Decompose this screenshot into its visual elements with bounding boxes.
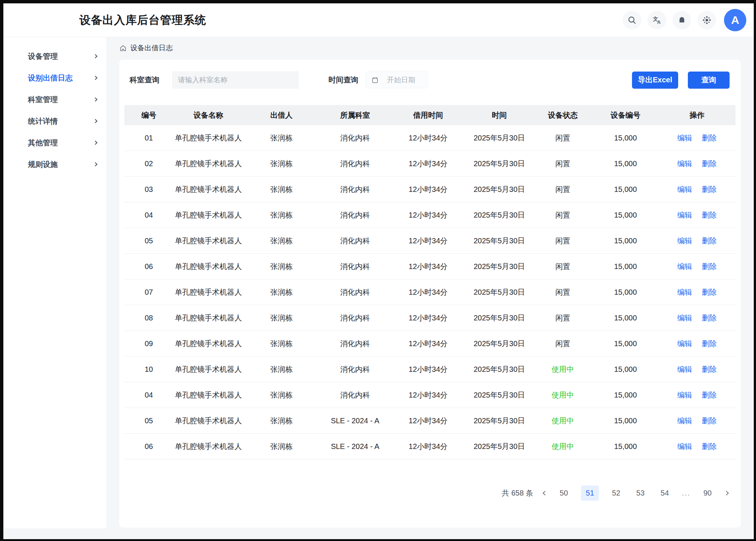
edit-link[interactable]: 编辑 — [677, 159, 692, 168]
delete-link[interactable]: 删除 — [702, 365, 717, 373]
delete-link[interactable]: 删除 — [702, 134, 717, 142]
cell-id: 01 — [124, 134, 173, 142]
notifications-button[interactable] — [673, 11, 691, 29]
delete-link[interactable]: 删除 — [702, 185, 717, 193]
sidebar-item-label: 设备管理 — [28, 51, 58, 61]
delete-link[interactable]: 删除 — [702, 159, 717, 168]
cell-id: 09 — [124, 339, 173, 348]
pagination-prev-icon[interactable] — [543, 491, 547, 496]
cell-id: 07 — [124, 288, 173, 297]
pagination-page-52[interactable]: 52 — [609, 485, 623, 501]
status-badge: 闲置 — [533, 159, 593, 169]
delete-link[interactable]: 删除 — [702, 211, 717, 219]
filter-bar: 科室查询 时间查询 开始日期 导出Excel 查询 — [124, 60, 736, 89]
cell-actions: 编辑删除 — [658, 313, 736, 323]
cell-actions: 编辑删除 — [658, 339, 736, 349]
cell-actions: 编辑删除 — [658, 416, 736, 426]
sidebar-item-3[interactable]: 统计详情 — [3, 110, 107, 132]
edit-link[interactable]: 编辑 — [677, 211, 692, 219]
export-excel-button[interactable]: 导出Excel — [632, 72, 678, 89]
delete-link[interactable]: 删除 — [702, 391, 717, 399]
cell-code: 15,000 — [593, 211, 658, 219]
cell-lender: 张润栋 — [244, 159, 319, 169]
column-header: 设备状态 — [533, 110, 593, 120]
edit-link[interactable]: 编辑 — [677, 417, 692, 425]
time-search-label: 时间查询 — [328, 75, 358, 85]
cell-code: 15,000 — [593, 237, 658, 245]
chevron-right-icon — [93, 162, 97, 166]
cell-lender: 张润栋 — [244, 442, 319, 452]
status-badge: 闲置 — [533, 133, 593, 143]
status-badge: 使用中 — [533, 416, 593, 426]
cell-code: 15,000 — [593, 339, 658, 348]
start-date-picker[interactable]: 开始日期 — [366, 72, 428, 88]
pagination-page-90[interactable]: 90 — [701, 485, 715, 501]
status-badge: 闲置 — [533, 339, 593, 349]
edit-link[interactable]: 编辑 — [677, 262, 692, 270]
sidebar-item-0[interactable]: 设备管理 — [3, 45, 107, 67]
pagination-page-51[interactable]: 51 — [581, 485, 599, 501]
status-badge: 闲置 — [533, 287, 593, 297]
cell-dept: 消化内科 — [319, 133, 391, 143]
cell-actions: 编辑删除 — [658, 262, 736, 272]
status-badge: 闲置 — [533, 262, 593, 272]
table-row: 05单孔腔镜手术机器人张润栋SLE - 2024 - A12小时34分2025年… — [124, 408, 736, 434]
pagination: 共 658 条 5051525354...90 — [124, 485, 736, 501]
sidebar-item-5[interactable]: 规则设施 — [3, 154, 107, 175]
edit-link[interactable]: 编辑 — [677, 237, 692, 245]
cell-code: 15,000 — [593, 314, 658, 322]
edit-link[interactable]: 编辑 — [677, 288, 692, 296]
cell-name: 单孔腔镜手术机器人 — [173, 339, 244, 349]
table-row: 01单孔腔镜手术机器人张润栋消化内科12小时34分2025年5月30日闲置15,… — [124, 125, 736, 151]
cell-duration: 12小时34分 — [391, 133, 465, 143]
cell-name: 单孔腔镜手术机器人 — [173, 390, 244, 400]
cell-code: 15,000 — [593, 391, 658, 399]
pagination-page-54[interactable]: 54 — [658, 485, 672, 501]
edit-link[interactable]: 编辑 — [677, 185, 692, 193]
breadcrumb[interactable]: 设备出借日志 — [119, 43, 173, 53]
dept-search-input[interactable] — [172, 71, 299, 89]
cell-duration: 12小时34分 — [391, 339, 465, 349]
edit-link[interactable]: 编辑 — [677, 365, 692, 373]
sidebar-item-4[interactable]: 其他管理 — [3, 132, 107, 154]
delete-link[interactable]: 删除 — [702, 262, 717, 270]
status-badge: 闲置 — [533, 184, 593, 194]
edit-link[interactable]: 编辑 — [677, 134, 692, 142]
cell-id: 05 — [124, 237, 173, 245]
delete-link[interactable]: 删除 — [702, 288, 717, 296]
edit-link[interactable]: 编辑 — [677, 339, 692, 348]
table-row: 10单孔腔镜手术机器人张润栋消化内科12小时34分2025年5月30日使用中15… — [124, 357, 736, 382]
chevron-right-icon — [93, 140, 97, 145]
pagination-page-50[interactable]: 50 — [557, 485, 571, 501]
search-query-button[interactable]: 查询 — [688, 72, 730, 89]
cell-lender: 张润栋 — [244, 339, 319, 349]
sidebar-item-label: 规则设施 — [28, 159, 58, 170]
delete-link[interactable]: 删除 — [702, 314, 717, 322]
theme-button[interactable] — [698, 11, 716, 29]
search-button[interactable] — [623, 11, 641, 29]
cell-date: 2025年5月30日 — [466, 159, 533, 169]
table-row: 02单孔腔镜手术机器人张润栋消化内科12小时34分2025年5月30日闲置15,… — [124, 151, 736, 177]
edit-link[interactable]: 编辑 — [677, 391, 692, 399]
sidebar-item-label: 设别出借日志 — [28, 73, 73, 83]
cell-actions: 编辑删除 — [658, 133, 736, 143]
cell-actions: 编辑删除 — [658, 287, 736, 297]
cell-lender: 张润栋 — [244, 416, 319, 426]
sidebar-item-1[interactable]: 设别出借日志 — [3, 67, 107, 89]
language-button[interactable]: 文A — [648, 11, 666, 29]
pagination-next-icon[interactable] — [724, 491, 729, 496]
chevron-right-icon — [93, 119, 97, 123]
sidebar-item-2[interactable]: 科室管理 — [3, 89, 107, 110]
sidebar: 设备管理设别出借日志科室管理统计详情其他管理规则设施 — [3, 37, 107, 528]
edit-link[interactable]: 编辑 — [677, 442, 692, 450]
pagination-page-53[interactable]: 53 — [633, 485, 648, 501]
delete-link[interactable]: 删除 — [702, 417, 717, 425]
delete-link[interactable]: 删除 — [702, 442, 717, 450]
user-avatar[interactable]: A — [724, 9, 746, 31]
delete-link[interactable]: 删除 — [702, 339, 717, 348]
edit-link[interactable]: 编辑 — [677, 314, 692, 322]
column-header: 时间 — [466, 110, 533, 120]
delete-link[interactable]: 删除 — [702, 237, 717, 245]
cell-code: 15,000 — [593, 185, 658, 194]
sidebar-item-label: 其他管理 — [28, 138, 58, 148]
